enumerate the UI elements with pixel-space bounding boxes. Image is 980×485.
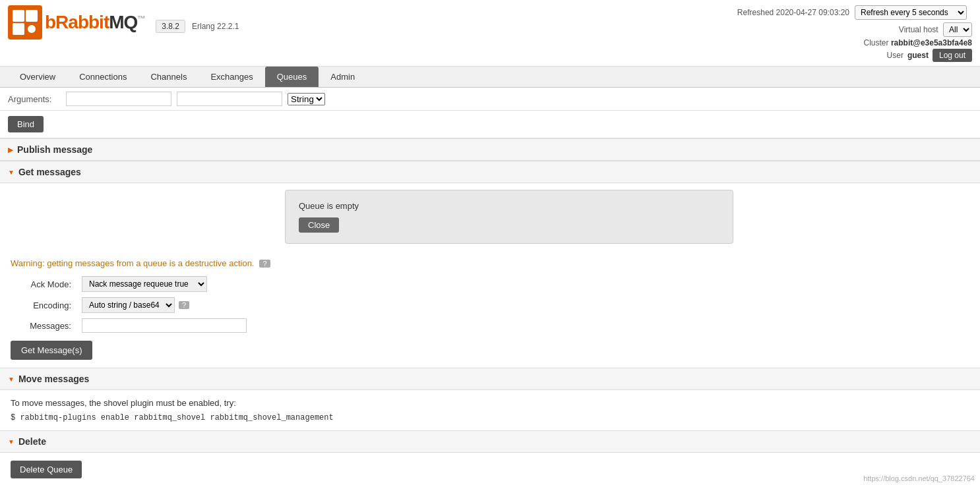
cluster-value: rabbit@e3e5a3bfa4e8 (891, 38, 972, 47)
popup-box: Queue is empty Close (285, 190, 733, 244)
header-right: Refreshed 2020-04-27 09:03:20 Refresh ev… (737, 5, 972, 63)
tab-overview[interactable]: Overview (8, 67, 67, 87)
warning-text: Warning: getting messages from a queue i… (11, 258, 254, 268)
cluster-label: Cluster (864, 38, 889, 47)
nav-tabs: Overview Connections Channels Exchanges … (0, 67, 980, 88)
get-messages-wrapper: ▼ Get messages Queue is empty Close Warn… (0, 161, 980, 368)
encoding-control: Auto string / base64 base64 ? (82, 297, 340, 313)
svg-rect-3 (13, 23, 24, 35)
ack-mode-control: Nack message requeue true Nack message r… (82, 276, 340, 292)
move-messages-label: Move messages (18, 374, 89, 384)
publish-message-label: Publish message (17, 144, 92, 155)
ack-mode-select[interactable]: Nack message requeue true Nack message r… (82, 276, 207, 292)
user-value: guest (907, 51, 929, 60)
page-header: bRabbitMQ™ 3.8.2 Erlang 22.2.1 Refreshed… (0, 0, 980, 67)
tab-channels[interactable]: Channels (138, 67, 199, 87)
logo: bRabbitMQ™ (8, 5, 145, 40)
move-messages-section-header[interactable]: ▼ Move messages (0, 368, 980, 390)
messages-input[interactable]: 1 (82, 318, 247, 333)
refresh-row: Refreshed 2020-04-27 09:03:20 Refresh ev… (737, 5, 972, 20)
cluster-row: Cluster rabbit@e3e5a3bfa4e8 (737, 38, 972, 47)
delete-section-header[interactable]: ▼ Delete (0, 430, 980, 453)
virtual-host-label: Virtual host (899, 25, 938, 34)
bind-row: Bind (0, 111, 980, 138)
user-label: User (887, 51, 903, 60)
encoding-help-badge[interactable]: ? (179, 301, 189, 309)
popup-close-button[interactable]: Close (299, 217, 339, 233)
warning-help-badge[interactable]: ? (259, 260, 270, 268)
move-messages-arrow-icon: ▼ (8, 376, 15, 383)
ack-mode-label: Ack Mode: (11, 279, 77, 289)
delete-label: Delete (18, 436, 46, 447)
version-info: 3.8.2 Erlang 22.2.1 (156, 20, 239, 33)
encoding-select[interactable]: Auto string / base64 base64 (82, 297, 175, 313)
logout-button[interactable]: Log out (933, 49, 972, 62)
logo-area: bRabbitMQ™ 3.8.2 Erlang 22.2.1 (8, 5, 239, 40)
get-messages-content: Warning: getting messages from a queue i… (0, 250, 980, 368)
move-messages-text: To move messages, the shovel plugin must… (11, 398, 969, 408)
arguments-type-select[interactable]: String (288, 93, 325, 105)
arguments-row: Arguments: String (0, 88, 980, 111)
footer-watermark: https://blog.csdn.net/qq_37822764 (863, 474, 975, 482)
delete-content: Delete Queue (0, 453, 980, 485)
publish-message-section-header[interactable]: ▶ Publish message (0, 138, 980, 161)
tab-exchanges[interactable]: Exchanges (199, 67, 264, 87)
arguments-input-2[interactable] (177, 92, 282, 106)
popup-overlay: Queue is empty Close (8, 190, 972, 244)
bind-button[interactable]: Bind (8, 116, 44, 132)
tab-connections[interactable]: Connections (67, 67, 138, 87)
encoding-label: Encoding: (11, 300, 77, 310)
svg-rect-2 (26, 10, 38, 22)
popup-message: Queue is empty (299, 201, 720, 211)
virtual-host-select[interactable]: All (943, 22, 972, 37)
get-messages-arrow-icon: ▼ (8, 169, 15, 176)
tab-queues[interactable]: Queues (265, 67, 319, 87)
refresh-select[interactable]: Refresh every 5 seconds Refresh every 10… (855, 5, 967, 20)
get-messages-section-header[interactable]: ▼ Get messages (0, 161, 980, 183)
rabbitmq-logo-icon (8, 5, 42, 40)
get-messages-label: Get messages (18, 167, 81, 177)
warning-row: Warning: getting messages from a queue i… (11, 258, 969, 268)
arguments-input-1[interactable] (66, 92, 171, 106)
get-messages-form: Ack Mode: Nack message requeue true Nack… (11, 276, 340, 333)
delete-arrow-icon: ▼ (8, 438, 15, 445)
version-badge: 3.8.2 (156, 20, 185, 33)
arguments-label: Arguments: (8, 94, 61, 104)
main-content: Arguments: String Bind ▶ Publish message… (0, 88, 980, 485)
virtual-host-row: Virtual host All (737, 22, 972, 37)
publish-arrow-icon: ▶ (8, 146, 13, 154)
messages-control: 1 (82, 318, 340, 333)
logo-text: bRabbitMQ™ (45, 12, 145, 33)
erlang-version: Erlang 22.2.1 (192, 22, 239, 31)
svg-rect-4 (28, 25, 36, 33)
move-command: $ rabbitmq-plugins enable rabbitmq_shove… (11, 413, 969, 422)
get-messages-button[interactable]: Get Message(s) (11, 341, 92, 360)
delete-queue-button[interactable]: Delete Queue (11, 461, 82, 478)
tab-admin[interactable]: Admin (319, 67, 367, 87)
svg-rect-1 (13, 10, 24, 22)
move-messages-content: To move messages, the shovel plugin must… (0, 390, 980, 430)
user-row: User guest Log out (737, 49, 972, 62)
refreshed-label: Refreshed 2020-04-27 09:03:20 (737, 8, 849, 17)
messages-label: Messages: (11, 321, 77, 331)
